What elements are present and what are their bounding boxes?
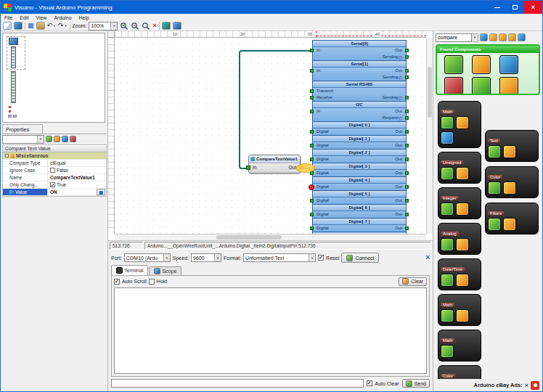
output-pin[interactable] (405, 55, 409, 59)
checkbox-checked[interactable]: ✓ (50, 182, 55, 187)
component-icon[interactable] (444, 77, 463, 95)
component-icon[interactable] (456, 167, 469, 180)
menu-item[interactable]: File (1, 15, 16, 20)
output-pin[interactable] (405, 75, 409, 79)
auto-scroll-checkbox[interactable]: ✓ (114, 279, 120, 285)
property-row[interactable]: Compare Type ctEqual (3, 160, 106, 167)
output-pin[interactable] (405, 49, 409, 52)
design-canvas[interactable]: 10203040 CompareTextValue1 In Out (108, 31, 433, 240)
redo-icon[interactable]: ↷ (58, 22, 64, 30)
search-filter-icon[interactable] (480, 33, 488, 41)
input-pin[interactable] (310, 213, 314, 216)
adblock-icon[interactable] (531, 381, 539, 390)
send-input[interactable] (111, 379, 364, 388)
paste-icon[interactable] (36, 22, 45, 30)
settings-icon[interactable] (70, 136, 76, 142)
output-pin[interactable] (405, 199, 409, 203)
input-pin[interactable] (310, 69, 314, 73)
component-icon[interactable] (456, 238, 469, 251)
tab-scope[interactable]: Scope (149, 266, 181, 275)
component-icon[interactable] (456, 309, 469, 322)
speed-select[interactable]: 9600 ▼ (191, 253, 221, 262)
input-pin[interactable] (310, 158, 314, 161)
connect-button[interactable]: Connect (341, 253, 379, 263)
component-icon[interactable] (456, 203, 469, 216)
redo-dropdown-icon[interactable]: ▼ (65, 24, 68, 28)
terminal-output[interactable] (114, 287, 427, 374)
sort-az-icon[interactable] (46, 136, 52, 142)
input-pin[interactable] (310, 226, 314, 230)
property-group-row[interactable]: Miscellaneous (3, 152, 106, 160)
port-select[interactable]: COM10 (Ardu ▼ (124, 253, 171, 262)
component-icon[interactable] (503, 181, 516, 195)
component-icon[interactable] (488, 181, 501, 195)
auto-clear-checkbox[interactable]: ✓ (367, 380, 372, 386)
property-value[interactable]: ON (50, 189, 57, 195)
property-value[interactable]: CompareTextValue1 (48, 174, 106, 181)
scrollbar-thumb[interactable] (216, 235, 282, 240)
zoom-in-icon[interactable] (120, 22, 128, 30)
tab-terminal[interactable]: Terminal (111, 265, 148, 275)
output-pin[interactable] (405, 226, 409, 230)
property-value[interactable]: ctEqual (48, 160, 106, 166)
scrollbar-thumb[interactable] (428, 67, 432, 118)
zoom-fit-icon[interactable] (142, 22, 150, 30)
menu-item[interactable]: View (32, 15, 50, 20)
component-icon[interactable] (503, 145, 516, 158)
collapse-icon[interactable] (5, 154, 9, 158)
delete-icon[interactable]: × (152, 22, 156, 30)
new-project-icon[interactable] (3, 22, 12, 30)
component-icon[interactable] (441, 131, 454, 144)
category-view-icon[interactable] (54, 136, 60, 142)
close-button[interactable]: × (524, 1, 542, 14)
component-icon[interactable] (488, 145, 501, 158)
input-pin[interactable] (310, 130, 314, 134)
input-pin[interactable] (310, 96, 314, 99)
output-pin[interactable] (405, 69, 409, 73)
output-pin[interactable] (405, 213, 409, 216)
overview-navigator[interactable] (2, 33, 105, 123)
wire[interactable] (240, 51, 312, 168)
board-select-icon[interactable] (162, 22, 171, 30)
output-pin[interactable] (405, 96, 409, 99)
component-icon[interactable] (456, 116, 469, 129)
close-ads-icon[interactable]: × (525, 382, 528, 389)
canvas-content[interactable]: CompareTextValue1 In Out Serial[0]InOutS… (115, 38, 426, 234)
zoom-select[interactable]: 100% ▼ (89, 22, 118, 30)
output-pin[interactable] (405, 185, 409, 189)
undo-dropdown-icon[interactable]: ▼ (53, 24, 56, 28)
chevron-down-icon[interactable]: ▼ (472, 33, 478, 42)
component-icon[interactable] (499, 55, 518, 74)
output-pin[interactable] (405, 116, 409, 120)
output-pin[interactable] (405, 110, 409, 113)
property-filter-select[interactable]: ▼ (2, 135, 44, 144)
horizontal-scrollbar[interactable] (115, 234, 426, 240)
search-input[interactable] (436, 33, 472, 42)
chip-icon[interactable] (173, 22, 181, 30)
menu-item[interactable]: Help (75, 15, 93, 20)
input-pin[interactable] (246, 166, 250, 170)
menu-item[interactable]: Arduino (50, 15, 75, 20)
tab-properties[interactable]: Properties (2, 124, 43, 134)
zoom-out-icon[interactable] (131, 22, 139, 30)
property-row[interactable]: Ignore Case False (3, 167, 106, 174)
property-row[interactable]: Name CompareTextValue1 (3, 174, 106, 181)
undo-icon[interactable]: ↶ (47, 22, 53, 30)
component-icon[interactable] (472, 77, 491, 95)
hold-checkbox[interactable] (149, 279, 155, 285)
input-pin[interactable] (310, 199, 314, 203)
component-icon[interactable] (441, 203, 454, 216)
component-icon[interactable] (488, 218, 501, 231)
value-editor-button[interactable]: ▦ (97, 189, 105, 195)
component-icon[interactable] (456, 274, 469, 287)
open-project-icon[interactable] (14, 22, 23, 30)
component-icon[interactable] (441, 274, 454, 287)
maximize-button[interactable] (506, 1, 524, 14)
input-pin[interactable] (310, 110, 314, 113)
menu-item[interactable]: Edit (16, 15, 32, 20)
component-icon[interactable] (472, 55, 491, 74)
output-pin[interactable] (405, 144, 409, 147)
minimize-button[interactable] (488, 1, 506, 14)
clear-button[interactable]: Clear (399, 277, 427, 286)
compare-text-value-component[interactable]: CompareTextValue1 In Out (248, 155, 301, 173)
